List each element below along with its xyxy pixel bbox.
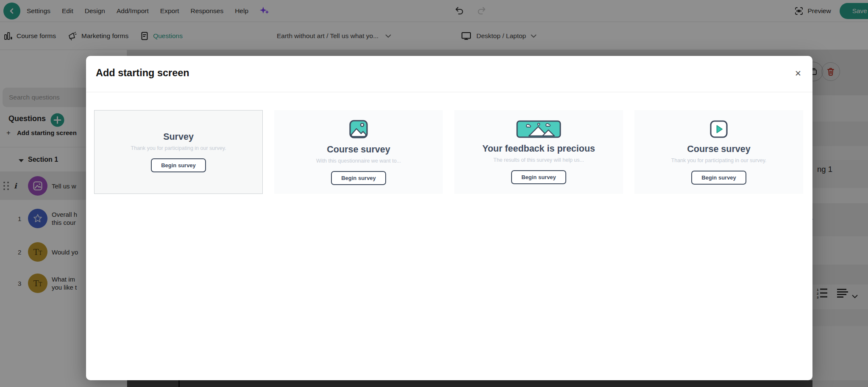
begin-survey-button[interactable]: Begin survey [151, 158, 206, 172]
modal-title: Add starting screen [96, 67, 189, 79]
template-card-course-survey-video[interactable]: Course survey Thank you for participatin… [634, 110, 803, 194]
template-card-feedback-precious[interactable]: Your feedback is precious The results of… [454, 110, 623, 194]
modal-header: Add starting screen ✕ [86, 56, 812, 92]
play-icon [709, 120, 728, 138]
card-subtitle: With this questionnaire we want to... [316, 158, 401, 164]
begin-survey-button[interactable]: Begin survey [691, 171, 746, 185]
image-icon [349, 119, 368, 139]
template-cards: Survey Thank you for participating in ou… [94, 110, 803, 194]
banner-image-icon [516, 120, 561, 138]
begin-survey-button[interactable]: Begin survey [331, 171, 386, 185]
begin-survey-button[interactable]: Begin survey [511, 170, 566, 184]
template-card-survey[interactable]: Survey Thank you for participating in ou… [94, 110, 263, 194]
app-root: Settings Edit Design Add/Import Export R… [0, 0, 868, 387]
card-title: Course survey [327, 144, 390, 155]
card-title: Course survey [687, 144, 750, 155]
card-subtitle: The results of this survey will help us.… [493, 157, 584, 163]
add-starting-screen-modal: Add starting screen ✕ Survey Thank you f… [86, 56, 812, 380]
close-icon[interactable]: ✕ [795, 69, 801, 78]
card-title: Your feedback is precious [482, 144, 595, 154]
card-subtitle: Thank you for participating in our surve… [671, 158, 767, 163]
template-card-course-survey-image[interactable]: Course survey With this questionnaire we… [274, 110, 443, 194]
card-title: Survey [163, 132, 194, 142]
card-subtitle: Thank you for participating in our surve… [131, 145, 226, 151]
